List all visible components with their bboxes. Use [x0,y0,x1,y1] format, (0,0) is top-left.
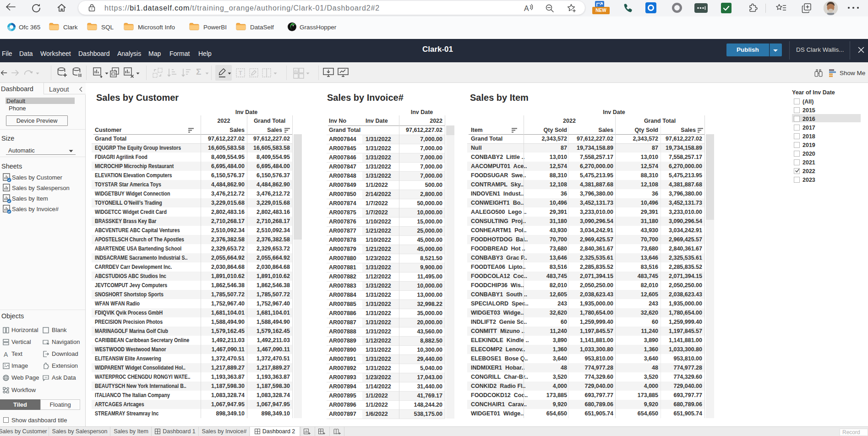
svg-text:A: A [4,351,8,358]
svg-text:T: T [239,70,242,76]
svg-text:A: A [524,5,529,12]
